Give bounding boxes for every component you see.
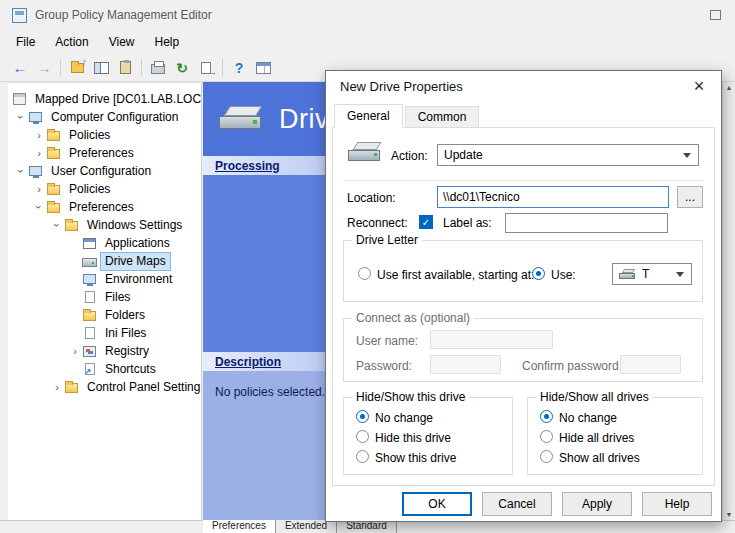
up-one-level-icon[interactable] (65, 57, 89, 79)
menu-view[interactable]: View (99, 32, 145, 52)
tree-item-root[interactable]: Mapped Drive [DC01.LAB.LOCA (8, 90, 201, 108)
chevron-right-icon[interactable] (50, 381, 64, 393)
user-name-input (430, 330, 553, 349)
tree-item-registry[interactable]: Registry (8, 342, 201, 360)
description-link[interactable]: Description (215, 355, 281, 369)
action-label: Action: (391, 149, 428, 163)
use-radio[interactable] (532, 267, 545, 280)
hide-show-this-drive-legend: Hide/Show this drive (352, 390, 469, 404)
tree-item-environment[interactable]: Environment (8, 270, 201, 288)
computer-icon (28, 112, 43, 122)
forward-icon[interactable] (32, 57, 56, 79)
help-icon[interactable] (227, 57, 251, 79)
cancel-button[interactable]: Cancel (482, 492, 552, 516)
drive-letter-icon (619, 268, 637, 281)
tree-item-policies[interactable]: Policies (8, 126, 201, 144)
menu-file[interactable]: File (6, 32, 45, 52)
toolbar-separator (60, 59, 61, 76)
app-icon (12, 8, 27, 23)
chevron-down-icon[interactable] (51, 218, 63, 232)
tab-common[interactable]: Common (405, 106, 480, 128)
hide-all-drives-radio[interactable] (540, 430, 553, 443)
chevron-down-icon (676, 272, 684, 277)
drive-maps-header-icon (217, 103, 265, 135)
browse-button[interactable]: ... (677, 186, 703, 208)
back-icon[interactable] (8, 57, 32, 79)
console-root-icon (12, 93, 27, 105)
tab-general[interactable]: General (334, 104, 403, 128)
tab-preferences[interactable]: Preferences (203, 520, 276, 533)
hide-show-this-drive-group: Hide/Show this drive No change Hide this… (343, 397, 513, 475)
this-no-change-radio[interactable] (356, 410, 369, 423)
tree-item-control-panel-settings[interactable]: Control Panel Setting (8, 378, 201, 396)
hide-this-drive-radio[interactable] (356, 430, 369, 443)
drive-letter-dropdown[interactable]: T (612, 263, 692, 285)
drive-icon (82, 256, 97, 267)
dialog-title: New Drive Properties (340, 79, 463, 94)
chevron-right-icon[interactable] (32, 129, 46, 141)
connect-as-group: Connect as (optional) User name: Passwor… (343, 318, 703, 382)
password-label: Password: (356, 359, 412, 373)
all-no-change-radio[interactable] (540, 410, 553, 423)
tree-item-windows-settings[interactable]: Windows Settings (8, 216, 201, 234)
drive-letter-group: Drive Letter Use first available, starti… (343, 240, 703, 302)
folder-icon (82, 309, 97, 321)
tree-item-preferences[interactable]: Preferences (8, 144, 201, 162)
tree-item-user-preferences[interactable]: Preferences (8, 198, 201, 216)
tree-item-applications[interactable]: Applications (8, 234, 201, 252)
paste-icon[interactable] (113, 57, 137, 79)
chevron-right-icon[interactable] (68, 345, 82, 357)
location-input[interactable] (437, 186, 669, 208)
show-this-drive-radio[interactable] (356, 450, 369, 463)
chevron-down-icon[interactable] (33, 200, 45, 214)
print-icon[interactable] (146, 57, 170, 79)
menu-action[interactable]: Action (45, 32, 98, 52)
tree-item-user-policies[interactable]: Policies (8, 180, 201, 198)
folder-icon (64, 381, 79, 393)
tree-item-shortcuts[interactable]: Shortcuts (8, 360, 201, 378)
reconnect-checkbox[interactable] (419, 215, 433, 229)
tree-item-files[interactable]: Files (8, 288, 201, 306)
window-titlebar: Group Policy Management Editor (0, 0, 735, 30)
show-all-drives-radio[interactable] (540, 450, 553, 463)
folder-icon (46, 201, 61, 213)
tree-item-folders[interactable]: Folders (8, 306, 201, 324)
help-button[interactable]: Help (642, 492, 712, 516)
maximize-button[interactable] (710, 10, 721, 20)
computer-icon (28, 166, 43, 176)
new-window-icon[interactable] (251, 57, 275, 79)
export-list-icon[interactable] (194, 57, 218, 79)
tree-item-user-configuration[interactable]: User Configuration (8, 162, 201, 180)
chevron-down-icon[interactable] (15, 110, 27, 124)
label-as-input[interactable] (505, 213, 668, 233)
show-this-drive-label: Show this drive (375, 451, 456, 465)
toolbar-separator (222, 59, 223, 76)
folder-icon (46, 183, 61, 195)
chevron-down-icon[interactable] (15, 164, 27, 178)
tree-item-drive-maps[interactable]: Drive Maps (8, 252, 201, 270)
chevron-right-icon[interactable] (32, 147, 46, 159)
this-no-change-label: No change (375, 411, 433, 425)
hide-all-drives-label: Hide all drives (559, 431, 634, 445)
menu-help[interactable]: Help (145, 32, 190, 52)
refresh-icon[interactable] (170, 57, 194, 79)
drive-dialog-icon (347, 140, 383, 166)
dialog-close-icon[interactable] (678, 72, 720, 100)
content-scrollbar[interactable]: ▲▼ (722, 82, 735, 520)
apply-button[interactable]: Apply (562, 492, 632, 516)
tree-item-computer-configuration[interactable]: Computer Configuration (8, 108, 201, 126)
action-value: Update (444, 148, 483, 162)
use-first-available-radio[interactable] (358, 267, 371, 280)
show-console-tree-icon[interactable] (89, 57, 113, 79)
monitor-icon (82, 274, 97, 284)
file-icon (82, 327, 97, 339)
ok-button[interactable]: OK (402, 492, 472, 516)
drive-letter-value: T (642, 267, 649, 281)
drive-letter-legend: Drive Letter (352, 233, 422, 247)
action-dropdown[interactable]: Update (437, 144, 699, 166)
location-label: Location: (347, 191, 396, 205)
console-tree: Mapped Drive [DC01.LAB.LOCA Computer Con… (8, 82, 202, 520)
chevron-right-icon[interactable] (32, 183, 46, 195)
processing-link[interactable]: Processing (215, 159, 280, 173)
tree-item-ini-files[interactable]: Ini Files (8, 324, 201, 342)
